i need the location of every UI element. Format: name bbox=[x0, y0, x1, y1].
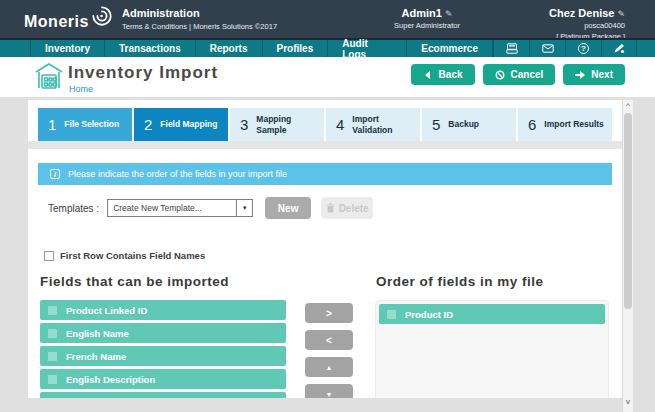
merchant-id: posca00400 bbox=[465, 21, 625, 30]
step-number: 6 bbox=[528, 116, 536, 133]
terms-copyright[interactable]: Terms & Conditions | Moneris Solutions ©… bbox=[122, 22, 277, 31]
wizard-step[interactable]: 3 Mapping Sample bbox=[230, 108, 324, 141]
step-label: File Selection bbox=[64, 119, 119, 129]
info-icon: i bbox=[50, 169, 60, 179]
wizard-step[interactable]: 2 Field Mapping bbox=[134, 108, 228, 141]
nav-menu-item[interactable]: Reports bbox=[195, 40, 262, 57]
info-banner-text: Please indicate the order of the fields … bbox=[68, 169, 287, 179]
drag-handle-icon bbox=[387, 310, 396, 319]
info-banner: i Please indicate the order of the field… bbox=[38, 163, 612, 185]
scroll-down-arrow-icon[interactable]: v bbox=[623, 396, 633, 408]
steps-divider bbox=[28, 141, 622, 149]
breadcrumb-home[interactable]: Home bbox=[69, 84, 93, 94]
app-title-block: Administration Terms & Conditions | Mone… bbox=[122, 7, 277, 31]
new-template-button[interactable]: New bbox=[265, 197, 311, 219]
scrollbar-thumb[interactable] bbox=[624, 113, 632, 309]
field-item[interactable]: French Name bbox=[40, 346, 286, 366]
next-arrow-icon bbox=[575, 70, 585, 80]
drag-handle-icon bbox=[48, 352, 57, 361]
step-number: 5 bbox=[432, 116, 440, 133]
step-number: 4 bbox=[336, 116, 344, 133]
ordered-field-item-label: Product ID bbox=[405, 309, 453, 320]
available-fields-list: Product Linked ID English Name French Na… bbox=[40, 300, 286, 398]
transfer-buttons: > < ▲ ▼ bbox=[305, 303, 353, 398]
help-icon[interactable]: ? bbox=[565, 40, 601, 57]
up-arrow-icon: ▲ bbox=[326, 364, 333, 371]
field-item[interactable]: Product Linked ID bbox=[40, 300, 286, 320]
first-row-checkbox[interactable] bbox=[44, 251, 54, 261]
step-label: Mapping Sample bbox=[256, 114, 318, 134]
field-item-label: English Name bbox=[66, 328, 129, 339]
cancel-icon bbox=[495, 70, 505, 80]
nav-menu-item[interactable]: Inventory bbox=[30, 40, 104, 57]
back-arrow-icon bbox=[423, 70, 433, 80]
step-label: Import Validation bbox=[352, 114, 414, 134]
moneris-logo: Moneris bbox=[24, 5, 113, 31]
down-arrow-icon: ▼ bbox=[326, 391, 333, 398]
scroll-up-arrow-icon[interactable]: ^ bbox=[623, 100, 633, 112]
merchant-name: Chez Denise bbox=[549, 7, 614, 19]
drag-handle-icon bbox=[48, 375, 57, 384]
edit-merchant-icon[interactable]: ✎ bbox=[617, 9, 625, 19]
step-number: 3 bbox=[240, 116, 248, 133]
wizard-step[interactable]: 6 Import Results bbox=[518, 108, 612, 141]
templates-row: Templates : Create New Template... ▼ New… bbox=[48, 197, 373, 219]
next-button[interactable]: Next bbox=[563, 64, 625, 85]
back-button[interactable]: Back bbox=[411, 64, 475, 85]
mail-icon[interactable] bbox=[529, 40, 565, 57]
moneris-swirl-icon bbox=[91, 5, 113, 27]
move-right-button[interactable]: > bbox=[305, 303, 353, 323]
field-item-label: English Description bbox=[66, 374, 155, 385]
first-row-checkbox-row: First Row Contains Field Names bbox=[44, 250, 205, 261]
merchant-block: Chez Denise✎ posca00400 [ Platinum Packa… bbox=[465, 7, 625, 41]
app-title: Administration bbox=[122, 7, 277, 19]
warehouse-icon bbox=[34, 62, 64, 91]
template-select[interactable]: Create New Template... ▼ bbox=[107, 199, 253, 217]
field-item[interactable]: French Description bbox=[40, 392, 286, 398]
step-label: Backup bbox=[448, 119, 479, 129]
first-row-checkbox-label: First Row Contains Field Names bbox=[60, 250, 205, 261]
wizard-step[interactable]: 4 Import Validation bbox=[326, 108, 420, 141]
pos-terminal-icon[interactable] bbox=[493, 40, 529, 57]
page-title: Inventory Import bbox=[68, 63, 218, 83]
select-dropdown-icon: ▼ bbox=[236, 200, 252, 216]
trash-icon bbox=[326, 203, 335, 213]
step-label: Import Results bbox=[544, 119, 604, 129]
ordered-field-item[interactable]: Product ID bbox=[379, 304, 605, 324]
nav-menu-item[interactable]: Transactions bbox=[104, 40, 195, 57]
wizard-step[interactable]: 5 Backup bbox=[422, 108, 516, 141]
field-item[interactable]: English Name bbox=[40, 323, 286, 343]
edit-admin-icon[interactable]: ✎ bbox=[445, 9, 453, 19]
move-left-button[interactable]: < bbox=[305, 330, 353, 350]
step-label: Field Mapping bbox=[160, 119, 217, 129]
cancel-button[interactable]: Cancel bbox=[483, 64, 556, 85]
move-down-button[interactable]: ▼ bbox=[305, 384, 353, 398]
templates-label: Templates : bbox=[48, 203, 99, 214]
top-header-bar: Moneris Administration Terms & Condition… bbox=[0, 0, 655, 38]
wizard-step[interactable]: 1 File Selection bbox=[38, 108, 132, 141]
wizard-action-buttons: Back Cancel Next bbox=[411, 64, 625, 85]
nav-menu-item[interactable]: Profiles bbox=[262, 40, 328, 57]
drag-handle-icon bbox=[48, 329, 57, 338]
pen-icon[interactable] bbox=[601, 40, 637, 57]
field-item[interactable]: English Description bbox=[40, 369, 286, 389]
drag-handle-icon bbox=[48, 306, 57, 315]
nav-menu-item[interactable]: Ecommerce bbox=[406, 40, 493, 57]
move-up-button[interactable]: ▲ bbox=[305, 357, 353, 377]
delete-template-button[interactable]: Delete bbox=[321, 197, 373, 219]
ordered-fields-panel: Product ID bbox=[375, 300, 609, 398]
vertical-scrollbar[interactable]: ^ v bbox=[622, 100, 633, 412]
admin-username: Admin1 bbox=[402, 7, 442, 19]
nav-icon-group: ? bbox=[493, 40, 637, 57]
step-number: 2 bbox=[144, 116, 152, 133]
nav-menu-item[interactable]: Audit Logs bbox=[327, 40, 406, 57]
ordered-fields-heading: Order of fields in my file bbox=[376, 274, 544, 289]
field-item-label: Product Linked ID bbox=[66, 305, 147, 316]
nav-menu: InventoryTransactionsReportsProfilesAudi… bbox=[30, 40, 493, 57]
field-item-label: French Description bbox=[66, 397, 153, 399]
moneris-logo-text: Moneris bbox=[24, 13, 89, 31]
step-number: 1 bbox=[48, 116, 56, 133]
content-card: 1 File Selection 2 Field Mapping 3 Mappi… bbox=[28, 100, 622, 398]
field-item-label: French Name bbox=[66, 351, 126, 362]
wizard-steps: 1 File Selection 2 Field Mapping 3 Mappi… bbox=[38, 108, 612, 141]
